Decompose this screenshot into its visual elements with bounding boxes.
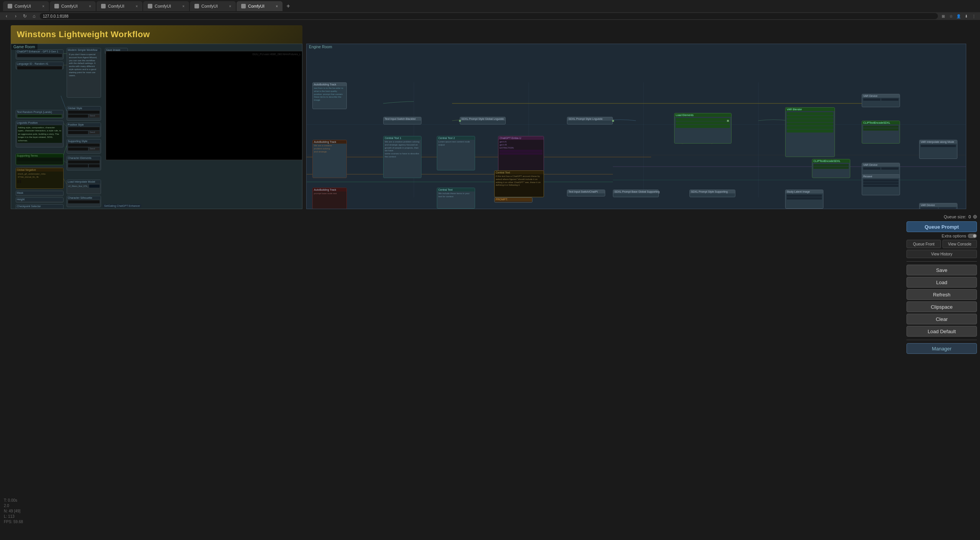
eng-sdxl-base-supporting-header: SDXL Prompt Base Global Supporting xyxy=(613,190,658,193)
tab-close-6[interactable]: × xyxy=(276,4,278,8)
node-linguistic-position[interactable]: Lnguistic Position Adding style, composi… xyxy=(16,121,64,147)
node-char-el-f1 xyxy=(68,160,100,164)
eng-node-autobuilding-2[interactable]: AutoBuilding Track We are a creativeprob… xyxy=(312,140,347,178)
port-indicator-1 xyxy=(459,120,461,122)
tab-close-5[interactable]: × xyxy=(229,4,231,8)
node-positive-style-f3: Seed xyxy=(89,131,100,134)
queue-front-button[interactable]: Queue Front xyxy=(906,240,941,248)
manager-button[interactable]: Manager xyxy=(906,343,977,354)
node-global-negative[interactable]: Global Negative shark_gif_underwater_mit… xyxy=(16,168,64,189)
eng-node-central-text-4[interactable]: Central Text We include these items in y… xyxy=(437,188,475,209)
clear-button[interactable]: Clear xyxy=(906,314,977,324)
tab-6[interactable]: ComfyUI × xyxy=(237,1,283,11)
eng-var-device-1-header: VAR Device xyxy=(862,94,900,98)
node-modern-workflow[interactable]: Modern Simple Workflow If you don't have… xyxy=(67,48,101,98)
eng-clip-encode-body xyxy=(862,124,900,132)
address-bar[interactable]: 127.0.0.1:8188 xyxy=(40,13,938,19)
queue-prompt-button[interactable]: Queue Prompt xyxy=(906,221,977,232)
eng-dark-red-1-header: AutoBuilding Track xyxy=(313,188,346,191)
eng-node-central-text-2[interactable]: Central Text 2 Lorem ipsum text content … xyxy=(437,136,475,170)
eng-clip-encode-header: CLIPTextEncodeSDXL xyxy=(862,121,900,124)
eng-node-autobuilding[interactable]: AutoBuilding Track text from to to the b… xyxy=(312,82,347,109)
eng-var-blender-header: VAR Blender xyxy=(786,108,835,111)
node-positive-style[interactable]: Positive Style Seed xyxy=(67,123,101,137)
tab-close-3[interactable]: × xyxy=(136,4,138,8)
node-load-interp-val: v2_fliters_litur_67k_ xyxy=(68,185,88,187)
eng-node-text-input-switch[interactable]: Text Input Switch Blacklist xyxy=(383,117,421,124)
refresh-button[interactable]: Refresh xyxy=(906,289,977,300)
node-global-style[interactable]: Global Style Seed xyxy=(67,106,101,121)
node-supporting-style[interactable]: Supporting Style Seed xyxy=(67,139,101,154)
stat-line-5: FPS: 59.68 xyxy=(4,519,23,525)
node-positive-style-title: Positive Style xyxy=(67,123,101,126)
node-supporting-terms-field xyxy=(17,158,62,161)
eng-node-load-elements[interactable]: Load Elements xyxy=(674,113,732,144)
node-setgating-label: SetGating ChatGPT Enhancer xyxy=(103,204,141,208)
extra-options-toggle[interactable] xyxy=(968,234,977,238)
back-button[interactable]: ‹ xyxy=(3,13,10,20)
reload-button[interactable]: ↻ xyxy=(21,13,28,20)
eng-node-text-switch-bottom[interactable]: Text Input Switch/ChatPt xyxy=(567,190,605,196)
node-checkpoint-selector[interactable]: Checkpoint Selector giantkruth_v2_diffua… xyxy=(16,204,64,209)
eng-node-var-device-3[interactable]: VAR Device xyxy=(919,203,957,209)
tab-2[interactable]: ComfyUI × xyxy=(50,1,96,11)
new-tab-button[interactable]: + xyxy=(283,1,293,11)
address-text: 127.0.0.1:8188 xyxy=(43,14,69,18)
node-supporting-terms[interactable]: Supporting Terms xyxy=(16,154,64,165)
eng-node-clip2[interactable]: CLIPTextEncodeSDXL xyxy=(812,159,850,178)
tab-1[interactable]: ComfyUI × xyxy=(3,1,49,11)
tab-close-2[interactable]: × xyxy=(89,4,91,8)
eng-node-clip-text-encode[interactable]: CLIPTextEncodeSDXL xyxy=(862,121,900,144)
node-height-title: Height xyxy=(16,198,63,201)
eng-var-device-1-body xyxy=(862,98,900,101)
stat-line-4: L: 113 xyxy=(4,514,23,519)
home-button[interactable]: ⌂ xyxy=(31,13,38,20)
eng-node-study-latent[interactable]: Study Latent Image xyxy=(785,190,823,209)
eng-central-text-4-body: We include these items in your text for … xyxy=(437,191,475,199)
node-language-id[interactable]: Language ID - Random #1 xyxy=(16,62,64,69)
engine-room-canvas[interactable]: Engine Room xyxy=(306,44,966,209)
eng-node-var-blender[interactable]: VAR Blender xyxy=(785,107,835,157)
eng-node-sdxl-prompt-lng[interactable]: SDXL Prompt Style Lnguistic xyxy=(567,117,613,124)
node-text-random-prompt[interactable]: Text Random Prompt (Lando) xyxy=(16,110,64,118)
eng-node-prompt[interactable]: PROMPT: xyxy=(494,197,532,203)
download-icon[interactable]: ⬇ xyxy=(963,13,969,19)
forward-button[interactable]: › xyxy=(12,13,19,20)
tab-5[interactable]: ComfyUI × xyxy=(190,1,236,11)
clipspace-button[interactable]: Clipspace xyxy=(906,301,977,312)
eng-node-central-text-1[interactable]: Central Text 1 We are a creative problem… xyxy=(383,136,421,178)
load-default-button[interactable]: Load Default xyxy=(906,326,977,337)
bookmark-icon[interactable]: ☆ xyxy=(948,13,954,19)
view-console-button[interactable]: View Console xyxy=(942,240,977,248)
eng-node-sdxl-base-supporting[interactable]: SDXL Prompt Base Global Supporting xyxy=(613,190,659,197)
eng-node-sdxl-prompt-style1[interactable]: SDXL Prompt Style Global Lnguistic xyxy=(460,117,506,124)
node-height[interactable]: Height xyxy=(16,197,64,203)
extensions-icon[interactable]: ⊞ xyxy=(940,13,946,19)
menu-icon[interactable]: ⋮ xyxy=(971,13,977,19)
tab-4[interactable]: ComfyUI × xyxy=(143,1,189,11)
eng-load-elements-body xyxy=(675,117,731,129)
view-history-button[interactable]: View History xyxy=(906,250,977,258)
eng-node-var-device-1[interactable]: VAR Device xyxy=(862,94,900,107)
tab-3[interactable]: ComfyUI × xyxy=(96,1,142,11)
eng-node-resave[interactable]: Resave xyxy=(862,174,900,195)
eng-node-central-text-popup[interactable]: Central Text if this text has a ChatGPT … xyxy=(494,170,544,197)
game-room-canvas[interactable]: Game Room ChatGPT Enhancer - GPT-3 Gen 1… xyxy=(11,44,302,209)
node-load-interpolate[interactable]: Load Interpolate Model v2_fliters_litur_… xyxy=(67,180,101,194)
node-chatgpt-enhancer[interactable]: ChatGPT Enhancer - GPT-3 Gen 1 xyxy=(16,49,64,59)
node-mask[interactable]: Mask xyxy=(16,191,64,196)
node-character-elements[interactable]: Character Elements xyxy=(67,156,101,170)
tab-close-1[interactable]: × xyxy=(42,4,44,8)
queue-size-label: Queue size: xyxy=(944,214,966,219)
save-button[interactable]: Save xyxy=(906,265,977,275)
eng-node-sdxl-style-supporting[interactable]: SDXL Prompt Style Supporting xyxy=(689,190,735,197)
eng-node-dark-red-1[interactable]: AutoBuilding Track prompt base node text xyxy=(312,188,347,209)
tab-close-4[interactable]: × xyxy=(182,4,185,8)
profile-icon[interactable]: 👤 xyxy=(956,13,962,19)
eng-node-chatgpt-emba[interactable]: ChatGPT Emba U get it A get it B EXTINCT… xyxy=(498,136,544,174)
eng-var-interpolate-header: VAR Interpolate along Mode xyxy=(920,140,957,144)
eng-node-var-interpolate[interactable]: VAR Interpolate along Mode xyxy=(919,140,957,159)
node-character-silhouette[interactable]: Character Silhouette xyxy=(67,196,101,207)
load-button[interactable]: Load xyxy=(906,277,977,288)
node-global-neg-f2 xyxy=(20,180,21,183)
